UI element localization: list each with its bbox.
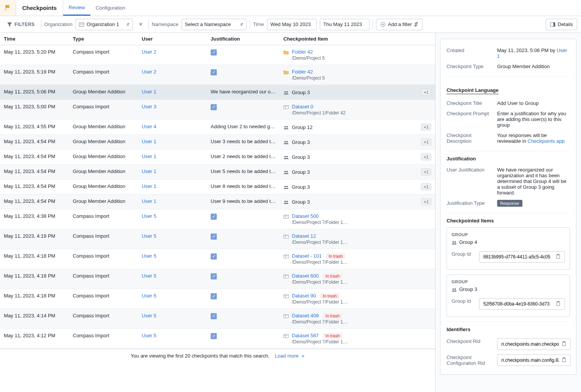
cell-user: User 3 [138, 100, 207, 120]
user-link[interactable]: User 5 [142, 233, 156, 239]
cell-justification [207, 269, 280, 289]
item-name[interactable]: Dataset - 101 [292, 253, 322, 259]
organization-select[interactable]: Organization 1 ⇵ [75, 19, 133, 30]
user-link[interactable]: User 3 [142, 104, 156, 109]
table-row[interactable]: May 11, 2023, 4:55 PMGroup Member Additi… [0, 120, 435, 135]
table-row[interactable]: May 11, 2023, 4:54 PMGroup Member Additi… [0, 165, 435, 180]
check-icon [211, 49, 217, 56]
user-link[interactable]: User 1 [142, 168, 156, 174]
namespace-select[interactable]: Select a Namespace ⇵ [182, 19, 247, 30]
table-row[interactable]: May 11, 2023, 4:18 PMCompass ImportUser … [0, 249, 435, 269]
identifiers-heading: Identifiers [447, 327, 570, 332]
copy-group-id-button[interactable] [554, 301, 562, 307]
item-name[interactable]: Dataset 600 [292, 273, 319, 279]
dataset-icon [283, 333, 289, 338]
user-link[interactable]: User 5 [142, 253, 156, 259]
group-icon [283, 90, 289, 95]
table-row[interactable]: May 11, 2023, 4:18 PMCompass ImportUser … [0, 269, 435, 289]
item-path: /Demo/Project 7/Folder 100/Fol… [292, 220, 349, 225]
copy-group-id-button[interactable] [554, 254, 562, 260]
user-link[interactable]: User 1 [142, 154, 156, 159]
table-row[interactable]: May 11, 2023, 4:12 PMCompass ImportUser … [0, 329, 435, 349]
col-header-justification[interactable]: Justification [207, 33, 280, 45]
item-name: Group 3 [292, 199, 310, 205]
item-name[interactable]: Dataset 90 [292, 293, 316, 299]
add-filter-button[interactable]: Add a filter ⇵ [376, 19, 422, 30]
cell-justification: User 2 needs to be added to thi… [207, 150, 280, 165]
col-header-type[interactable]: Type [69, 33, 138, 45]
item-name[interactable]: Dataset 500 [292, 213, 319, 219]
time-to-input[interactable]: Thu May 11 2023 [320, 19, 370, 30]
in-trash-badge: In trash [323, 313, 342, 318]
user-link[interactable]: User 1 [142, 89, 156, 95]
copy-config-rid-button[interactable] [560, 357, 568, 364]
col-header-item[interactable]: Checkpointed Item [280, 33, 435, 45]
svg-point-17 [284, 201, 286, 202]
group-id-input[interactable] [483, 254, 554, 260]
item-name[interactable]: Dataset 587 [292, 333, 319, 338]
col-header-time[interactable]: Time [0, 33, 69, 45]
table-row[interactable]: May 11, 2023, 4:18 PMCompass ImportUser … [0, 289, 435, 309]
user-link[interactable]: User 4 [142, 124, 156, 129]
table-row[interactable]: May 11, 2023, 4:54 PMGroup Member Additi… [0, 180, 435, 194]
item-name[interactable]: Dataset 12 [292, 233, 316, 239]
details-panel[interactable]: Created May 11, 2023, 5:06 PM by User 1 … [435, 33, 581, 392]
group-id-input[interactable] [483, 301, 554, 307]
item-name: Group 3 [292, 154, 310, 160]
justification-text: User 3 needs to be added to thi… [211, 139, 276, 144]
user-link[interactable]: User 1 [142, 198, 156, 204]
table-row[interactable]: May 11, 2023, 5:00 PMCompass ImportUser … [0, 100, 435, 120]
user-link[interactable]: User 5 [142, 213, 156, 219]
config-rid-input[interactable] [501, 357, 560, 363]
table-row[interactable]: May 11, 2023, 4:38 PMCompass ImportUser … [0, 209, 435, 229]
item-name[interactable]: Dataset 0 [292, 104, 313, 109]
cell-justification: We have reorganized our organ… [207, 85, 280, 100]
load-more-link[interactable]: Load more » [275, 353, 304, 359]
user-link[interactable]: User 5 [142, 313, 156, 318]
filter-bar: FILTERS Organization Organization 1 ⇵ ✕ … [0, 16, 581, 33]
remove-org-filter[interactable]: ✕ [136, 20, 145, 29]
user-link[interactable]: User 5 [142, 293, 156, 299]
table-row[interactable]: May 11, 2023, 5:19 PMCompass ImportUser … [0, 65, 435, 85]
cell-time: May 11, 2023, 5:20 PM [0, 45, 69, 65]
table-row[interactable]: May 11, 2023, 4:54 PMGroup Member Additi… [0, 194, 435, 209]
item-path: /Demo/Project 1/Folder 42 [292, 110, 349, 116]
details-toggle-button[interactable]: Details [546, 19, 577, 30]
dataset-icon [283, 104, 289, 109]
item-name: Group 3 [292, 90, 310, 95]
user-link[interactable]: User 5 [142, 333, 156, 338]
table-row[interactable]: May 11, 2023, 4:54 PMGroup Member Additi… [0, 135, 435, 150]
cell-time: May 11, 2023, 4:54 PM [0, 135, 69, 150]
tab-review[interactable]: Review [63, 0, 90, 16]
user-link[interactable]: User 2 [142, 69, 156, 75]
item-name[interactable]: Folder 42 [292, 49, 313, 55]
copy-checkpoint-rid-button[interactable] [560, 341, 568, 348]
cell-type: Compass Import [69, 229, 138, 249]
col-header-user[interactable]: User [138, 33, 207, 45]
user-link[interactable]: User 1 [142, 183, 156, 189]
tab-configuration[interactable]: Configuration [90, 0, 131, 16]
checkpoint-language-heading: Checkpoint Language [447, 87, 499, 94]
cell-user: User 2 [138, 65, 207, 85]
user-link[interactable]: User 1 [142, 139, 156, 144]
cell-time: May 11, 2023, 4:54 PM [0, 165, 69, 180]
group-icon [283, 124, 289, 130]
table-row[interactable]: May 11, 2023, 4:54 PMGroup Member Additi… [0, 150, 435, 165]
user-link[interactable]: User 5 [142, 273, 156, 279]
table-row[interactable]: May 11, 2023, 4:14 PMCompass ImportUser … [0, 309, 435, 329]
table-row[interactable]: May 11, 2023, 4:19 PMCompass ImportUser … [0, 229, 435, 249]
table-row[interactable]: May 11, 2023, 5:06 PMGroup Member Additi… [0, 85, 435, 100]
cell-item: Group 3+1 [280, 135, 435, 150]
item-name[interactable]: Folder 42 [292, 69, 313, 75]
checkpointed-items-heading: Checkpointed Items [447, 218, 570, 224]
check-icon [211, 273, 217, 279]
checkpoint-rid-input[interactable] [501, 341, 560, 347]
table-row[interactable]: May 11, 2023, 5:20 PMCompass ImportUser … [0, 45, 435, 65]
user-link[interactable]: User 2 [142, 49, 156, 55]
checkpoints-app-link[interactable]: Checkpoints app [528, 138, 565, 144]
table-wrap[interactable]: Time Type User Justification Checkpointe… [0, 33, 435, 392]
time-from-input[interactable]: Wed May 10 2023 [267, 19, 317, 30]
item-name[interactable]: Dataset 409 [292, 313, 319, 318]
justification-text: User 8 needs to be added to thi… [211, 183, 276, 189]
group-id-label: Group Id [452, 251, 475, 263]
